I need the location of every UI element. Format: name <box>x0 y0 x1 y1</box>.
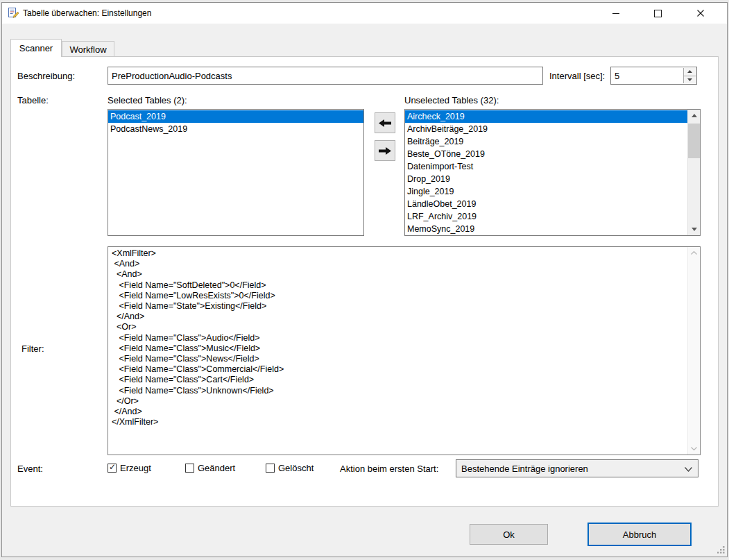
list-item[interactable]: Aircheck_2019 <box>405 110 688 123</box>
list-item[interactable]: LändleObet_2019 <box>405 198 688 210</box>
filter-xml-text: <XmlFilter> <And> <And> <Field Name="Sof… <box>112 248 686 453</box>
spin-down-button[interactable] <box>684 76 696 84</box>
list-item[interactable]: MemoSync_2019 <box>405 223 688 235</box>
scroll-up-icon <box>692 114 697 117</box>
scroll-down-button[interactable] <box>688 223 700 235</box>
list-item[interactable]: Jingle_2019 <box>405 185 688 198</box>
scroll-down-button[interactable] <box>688 443 700 455</box>
filter-label: Filter: <box>22 343 44 354</box>
spin-down-icon <box>687 78 692 81</box>
event-label: Event: <box>17 464 43 474</box>
first-start-value: Bestehende Einträge ignorieren <box>461 464 588 474</box>
cancel-button[interactable]: Abbruch <box>588 523 692 546</box>
spin-up-button[interactable] <box>684 68 696 76</box>
checkbox-label: Gelöscht <box>278 463 314 473</box>
table-label: Tabelle: <box>17 95 49 105</box>
scrollbar-thumb[interactable] <box>688 124 700 158</box>
description-input[interactable]: PreProductionAudio-Podcasts <box>108 67 543 85</box>
ok-button[interactable]: Ok <box>470 524 548 545</box>
selected-tables-listbox[interactable]: Podcast_2019PodcastNews_2019 <box>108 109 364 236</box>
dialog-screen: Tabelle überwachen: Einstellungen Scanne… <box>0 0 729 560</box>
maximize-icon <box>654 10 662 17</box>
filter-scrollbar[interactable] <box>687 247 700 455</box>
tab-workflow[interactable]: Workflow <box>62 41 114 57</box>
list-item[interactable]: LRF_Archiv_2019 <box>405 210 688 223</box>
event-checkbox-item[interactable]: Gelöscht <box>266 463 342 473</box>
interval-input[interactable]: 5 <box>610 67 697 85</box>
scroll-up-button[interactable] <box>688 110 700 121</box>
resize-grip[interactable] <box>717 545 726 554</box>
scroll-up-icon <box>691 251 697 255</box>
checkbox-label: Geändert <box>198 463 235 473</box>
checkbox-label: Erzeugt <box>120 463 151 473</box>
list-item[interactable]: Beste_OTöne_2019 <box>405 148 688 160</box>
spin-up-icon <box>687 70 692 73</box>
first-start-dropdown[interactable]: Bestehende Einträge ignorieren <box>456 459 698 477</box>
description-value: PreProductionAudio-Podcasts <box>112 71 232 81</box>
arrow-right-icon <box>379 147 391 155</box>
selected-tables-items: Podcast_2019PodcastNews_2019 <box>108 110 363 235</box>
edit-document-icon <box>8 8 19 19</box>
unselected-tables-scrollbar[interactable] <box>687 110 700 235</box>
list-item[interactable]: Beiträge_2019 <box>405 135 688 148</box>
scroll-down-icon <box>692 228 697 231</box>
window-title: Tabelle überwachen: Einstellungen <box>23 8 151 18</box>
list-item[interactable]: Podcast_2019 <box>108 110 363 123</box>
chevron-down-icon <box>685 467 692 472</box>
scroll-up-button[interactable] <box>688 247 700 259</box>
event-checkbox-item[interactable]: Erzeugt <box>108 463 185 473</box>
selected-tables-label: Selected Tables (2): <box>108 95 187 105</box>
minimize-button[interactable] <box>594 3 637 24</box>
close-button[interactable] <box>679 3 721 24</box>
arrow-left-icon <box>379 119 391 127</box>
interval-spinner <box>683 68 696 83</box>
move-right-button[interactable] <box>375 140 395 161</box>
checkbox-box[interactable] <box>185 464 194 473</box>
interval-value: 5 <box>615 71 619 81</box>
description-label: Beschreibung: <box>17 71 75 81</box>
close-icon <box>697 10 704 17</box>
event-checkboxes: Erzeugt Geändert Gelöscht <box>108 460 342 475</box>
checkbox-box[interactable] <box>108 464 117 473</box>
scroll-down-icon <box>691 447 697 450</box>
titlebar[interactable]: Tabelle überwachen: Einstellungen <box>2 3 727 24</box>
list-item[interactable]: ArchivBeiträge_2019 <box>405 123 688 135</box>
unselected-tables-listbox[interactable]: Aircheck_2019ArchivBeiträge_2019Beiträge… <box>404 109 701 236</box>
interval-label: Intervall [sec]: <box>549 71 605 81</box>
minimize-icon <box>612 13 619 14</box>
move-left-button[interactable] <box>375 112 395 133</box>
list-item[interactable]: Drop_2019 <box>405 173 688 185</box>
tab-scanner[interactable]: Scanner <box>10 39 62 57</box>
filter-textarea[interactable]: <XmlFilter> <And> <And> <Field Name="Sof… <box>108 246 701 455</box>
list-item[interactable]: PodcastNews_2019 <box>108 123 363 135</box>
maximize-button[interactable] <box>637 3 679 24</box>
checkbox-box[interactable] <box>266 464 275 473</box>
list-item[interactable]: Datenimport-Test <box>405 160 688 173</box>
first-start-label: Aktion beim ersten Start: <box>340 464 438 474</box>
unselected-tables-label: Unselected Tables (32): <box>404 95 499 105</box>
unselected-tables-items: Aircheck_2019ArchivBeiträge_2019Beiträge… <box>405 110 688 235</box>
event-checkbox-item[interactable]: Geändert <box>185 463 266 473</box>
